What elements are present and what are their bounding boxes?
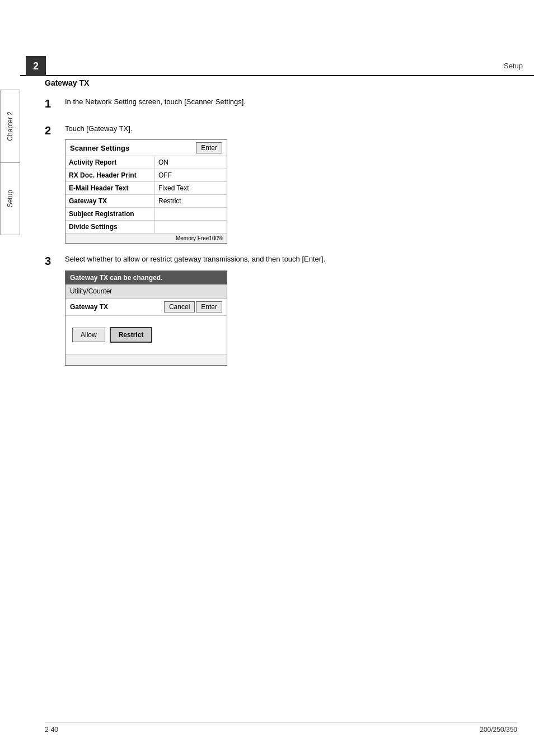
step-1-content: In the Network Setting screen, touch [Sc… (65, 96, 517, 113)
page-footer: 2-40 200/250/350 (45, 722, 517, 734)
footer-model-number: 200/250/350 (480, 726, 517, 734)
memory-free-label: Memory Free (176, 235, 209, 241)
restrict-button[interactable]: Restrict (110, 327, 153, 343)
row-value-subject (155, 208, 227, 220)
step-2-number: 2 (45, 123, 65, 137)
main-content: Gateway TX 1 In the Network Setting scre… (45, 78, 517, 376)
gateway-dialog: Gateway TX can be changed. Utility/Count… (65, 270, 227, 366)
scanner-settings-table: Activity Report ON RX Doc. Header Print … (65, 156, 227, 233)
gateway-dialog-row: Gateway TX Cancel Enter (65, 298, 227, 316)
row-label-activity: Activity Report (65, 156, 155, 169)
chapter-number: 2 (26, 56, 46, 76)
gateway-dialog-subheader: Utility/Counter (65, 284, 227, 298)
step-3-content: Select whether to allow or restrict gate… (65, 254, 517, 366)
chapter-tab: Chapter 2 (1, 90, 20, 163)
row-value-email: Fixed Text (155, 182, 227, 194)
table-row: Activity Report ON (65, 156, 227, 169)
scanner-settings-enter-btn[interactable]: Enter (196, 142, 222, 153)
scanner-settings-header: Scanner Settings Enter (65, 140, 227, 156)
table-row: Subject Registration (65, 208, 227, 221)
setup-label: Setup (6, 190, 14, 207)
step-2-text: Touch [Gateway TX]. (65, 123, 517, 134)
row-label-email: E-Mail Header Text (65, 182, 155, 194)
step-1-text: In the Network Setting screen, touch [Sc… (65, 96, 517, 108)
row-value-rx: OFF (155, 169, 227, 181)
table-row: Gateway TX Restrict (65, 195, 227, 208)
row-value-gateway: Restrict (155, 195, 227, 207)
step-2: 2 Touch [Gateway TX]. Scanner Settings E… (45, 123, 517, 244)
allow-button[interactable]: Allow (72, 328, 105, 342)
footer-page-number: 2-40 (45, 726, 58, 734)
scanner-settings-box: Scanner Settings Enter Activity Report O… (65, 139, 227, 244)
row-label-gateway: Gateway TX (65, 195, 155, 207)
row-label-subject: Subject Registration (65, 208, 155, 220)
step-1-number: 1 (45, 96, 65, 110)
scanner-settings-title: Scanner Settings (70, 144, 129, 152)
gateway-dialog-btn-group: Cancel Enter (164, 301, 222, 312)
gateway-tx-label: Gateway TX (70, 303, 108, 311)
top-bar: 2 Setup (20, 56, 534, 76)
step-3: 3 Select whether to allow or restrict ga… (45, 254, 517, 366)
scanner-settings-footer: Memory Free 100% (65, 233, 227, 243)
gateway-dialog-header: Gateway TX can be changed. (65, 271, 227, 284)
step-2-content: Touch [Gateway TX]. Scanner Settings Ent… (65, 123, 517, 244)
page-title: Setup (504, 62, 523, 70)
table-row: Divide Settings (65, 221, 227, 233)
row-value-divide (155, 221, 227, 233)
gateway-enter-btn[interactable]: Enter (196, 301, 222, 312)
chapter-label: Chapter 2 (6, 111, 14, 141)
gateway-dialog-footer (65, 354, 227, 365)
table-row: E-Mail Header Text Fixed Text (65, 182, 227, 195)
row-label-divide: Divide Settings (65, 221, 155, 233)
side-tab: Chapter 2 Setup (0, 90, 20, 235)
row-value-activity: ON (155, 156, 227, 169)
step-1: 1 In the Network Setting screen, touch [… (45, 96, 517, 113)
table-row: RX Doc. Header Print OFF (65, 169, 227, 182)
step-3-number: 3 (45, 254, 65, 268)
gateway-dialog-body: Allow Restrict (65, 316, 227, 354)
memory-pct: 100% (209, 235, 223, 241)
step-3-text: Select whether to allow or restrict gate… (65, 254, 517, 265)
row-label-rx: RX Doc. Header Print (65, 169, 155, 181)
section-heading: Gateway TX (45, 78, 517, 87)
setup-tab: Setup (1, 163, 20, 235)
gateway-cancel-btn[interactable]: Cancel (164, 301, 195, 312)
